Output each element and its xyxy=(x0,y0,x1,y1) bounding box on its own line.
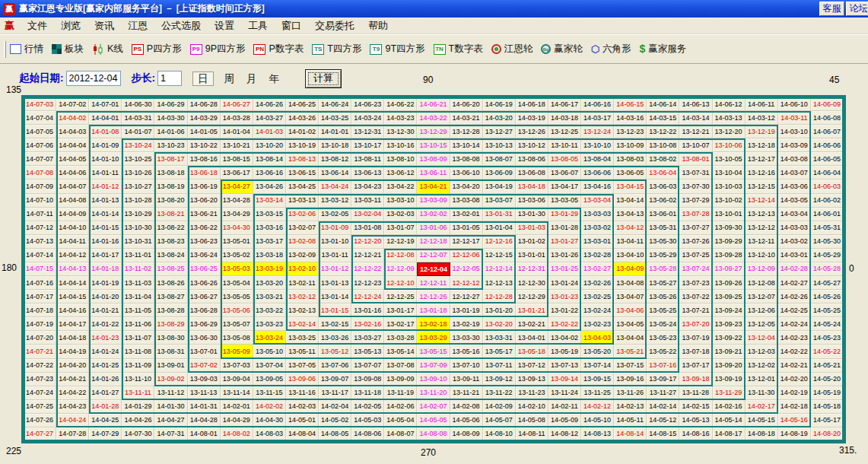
date-cell[interactable]: 13-11-24 xyxy=(548,386,581,400)
date-cell[interactable]: 13-12-05 xyxy=(746,317,778,331)
date-cell[interactable]: 14-01-02 xyxy=(286,125,319,138)
date-cell[interactable]: 14-06-08 xyxy=(811,111,844,125)
date-cell[interactable]: 12-12-29 xyxy=(516,290,548,304)
date-cell[interactable]: 13-12-21 xyxy=(679,125,712,138)
date-cell[interactable]: 13-06-04 xyxy=(647,166,679,180)
date-cell[interactable]: 13-08-27 xyxy=(154,290,187,304)
date-cell[interactable]: 14-07-31 xyxy=(154,427,187,441)
date-cell[interactable]: 13-07-02 xyxy=(188,359,221,373)
date-cell[interactable]: 14-05-19 xyxy=(811,386,844,400)
date-cell[interactable]: 13-01-29 xyxy=(548,208,581,221)
date-cell[interactable]: 13-09-09 xyxy=(384,373,417,386)
date-cell[interactable]: 13-10-19 xyxy=(286,138,319,152)
date-cell[interactable]: 12-12-11 xyxy=(417,276,450,290)
date-cell[interactable]: 14-07-07 xyxy=(24,152,56,166)
date-cell[interactable]: 13-07-04 xyxy=(253,359,286,373)
date-cell[interactable]: 13-12-11 xyxy=(746,235,778,249)
date-cell[interactable]: 13-05-17 xyxy=(483,345,516,358)
date-cell[interactable]: 14-01-30 xyxy=(154,400,187,414)
date-cell[interactable]: 13-06-28 xyxy=(188,304,221,317)
date-cell[interactable]: 13-10-14 xyxy=(450,138,483,152)
date-cell[interactable]: 14-04-08 xyxy=(56,194,89,208)
date-cell[interactable]: 12-12-13 xyxy=(483,276,516,290)
date-cell[interactable]: 13-05-08 xyxy=(221,331,253,345)
date-cell[interactable]: 13-02-28 xyxy=(581,249,614,262)
date-cell[interactable]: 13-06-03 xyxy=(647,180,679,193)
date-cell[interactable]: 14-01-19 xyxy=(89,276,122,290)
date-cell[interactable]: 13-08-14 xyxy=(253,152,286,166)
date-cell[interactable]: 13-08-11 xyxy=(351,152,384,166)
date-cell[interactable]: 13-03-26 xyxy=(319,331,351,345)
date-cell[interactable]: 14-02-12 xyxy=(581,400,614,414)
date-cell[interactable]: 14-03-06 xyxy=(778,180,811,193)
date-cell[interactable]: 13-02-21 xyxy=(516,317,548,331)
date-cell[interactable]: 13-09-03 xyxy=(188,373,221,386)
date-cell[interactable]: 13-11-25 xyxy=(581,386,614,400)
date-cell[interactable]: 14-08-07 xyxy=(384,427,417,441)
date-cell[interactable]: 12-12-20 xyxy=(351,235,384,249)
date-cell[interactable]: 13-04-14 xyxy=(614,194,647,208)
date-cell[interactable]: 14-07-05 xyxy=(24,125,56,138)
date-cell[interactable]: 13-11-14 xyxy=(221,386,253,400)
calculate-button[interactable]: 计算 xyxy=(305,69,342,88)
date-cell[interactable]: 14-04-07 xyxy=(56,180,89,193)
date-cell[interactable]: 12-12-09 xyxy=(384,262,417,276)
date-cell[interactable]: 14-07-06 xyxy=(24,138,56,152)
date-cell[interactable]: 13-12-17 xyxy=(746,152,778,166)
date-cell[interactable]: 13-04-19 xyxy=(483,180,516,193)
date-cell[interactable]: 14-08-06 xyxy=(351,427,384,441)
date-cell[interactable]: 13-03-25 xyxy=(286,331,319,345)
date-cell[interactable]: 13-10-17 xyxy=(351,138,384,152)
date-cell[interactable]: 13-02-17 xyxy=(384,317,417,331)
date-cell[interactable]: 13-10-16 xyxy=(384,138,417,152)
date-cell[interactable]: 13-12-29 xyxy=(417,125,450,138)
date-cell[interactable]: 13-03-16 xyxy=(253,221,286,235)
date-cell[interactable]: 14-06-12 xyxy=(713,97,746,111)
date-cell[interactable]: 13-09-04 xyxy=(221,373,253,386)
date-cell[interactable]: 14-05-26 xyxy=(811,290,844,304)
date-cell[interactable]: 14-01-06 xyxy=(154,125,187,138)
date-cell[interactable]: 13-11-18 xyxy=(351,386,384,400)
date-cell[interactable]: 13-10-01 xyxy=(713,208,746,221)
date-cell[interactable]: 14-04-20 xyxy=(56,359,89,373)
date-cell[interactable]: 12-12-07 xyxy=(417,249,450,262)
date-cell[interactable]: 12-12-30 xyxy=(516,276,548,290)
date-cell[interactable]: 13-01-16 xyxy=(351,304,384,317)
date-cell[interactable]: 12-12-05 xyxy=(450,262,483,276)
date-cell[interactable]: 13-01-15 xyxy=(319,304,351,317)
date-cell[interactable]: 13-07-29 xyxy=(679,194,712,208)
date-cell[interactable]: 13-07-21 xyxy=(679,304,712,317)
date-cell[interactable]: 13-02-24 xyxy=(581,304,614,317)
date-cell[interactable]: 13-03-23 xyxy=(253,317,286,331)
date-cell[interactable]: 14-05-09 xyxy=(548,414,581,427)
date-cell[interactable]: 14-05-24 xyxy=(811,317,844,331)
menu-item-2[interactable]: 浏览 xyxy=(54,19,87,33)
date-cell[interactable]: 13-06-25 xyxy=(188,262,221,276)
date-cell[interactable]: 14-05-29 xyxy=(811,249,844,262)
date-cell[interactable]: 13-09-02 xyxy=(154,373,187,386)
date-cell[interactable]: 14-04-10 xyxy=(56,221,89,235)
date-cell[interactable]: 13-02-11 xyxy=(286,276,319,290)
date-cell[interactable]: 13-03-07 xyxy=(483,194,516,208)
date-cell[interactable]: 13-05-20 xyxy=(581,345,614,358)
date-cell[interactable]: 13-06-21 xyxy=(188,208,221,221)
date-cell[interactable]: 13-07-08 xyxy=(384,359,417,373)
date-cell[interactable]: 13-10-13 xyxy=(483,138,516,152)
date-cell[interactable]: 14-02-08 xyxy=(450,400,483,414)
date-cell[interactable]: 13-09-15 xyxy=(581,373,614,386)
date-cell[interactable]: 13-07-28 xyxy=(679,208,712,221)
date-cell[interactable]: 13-07-30 xyxy=(679,180,712,193)
date-cell[interactable]: 13-03-11 xyxy=(351,194,384,208)
date-cell[interactable]: 14-02-23 xyxy=(778,331,811,345)
date-cell[interactable]: 13-01-13 xyxy=(319,276,351,290)
date-cell[interactable]: 14-04-06 xyxy=(56,166,89,180)
sectors-blocks-button[interactable]: 板块 xyxy=(52,43,84,56)
date-cell[interactable]: 14-01-07 xyxy=(122,125,154,138)
date-cell[interactable]: 13-08-17 xyxy=(154,152,187,166)
date-cell[interactable]: 13-02-14 xyxy=(286,317,319,331)
date-cell[interactable]: 13-07-10 xyxy=(450,359,483,373)
date-cell[interactable]: 14-06-26 xyxy=(253,97,286,111)
date-cell[interactable]: 13-03-28 xyxy=(384,331,417,345)
date-cell[interactable]: 14-03-25 xyxy=(319,111,351,125)
date-cell[interactable]: 13-01-20 xyxy=(483,304,516,317)
